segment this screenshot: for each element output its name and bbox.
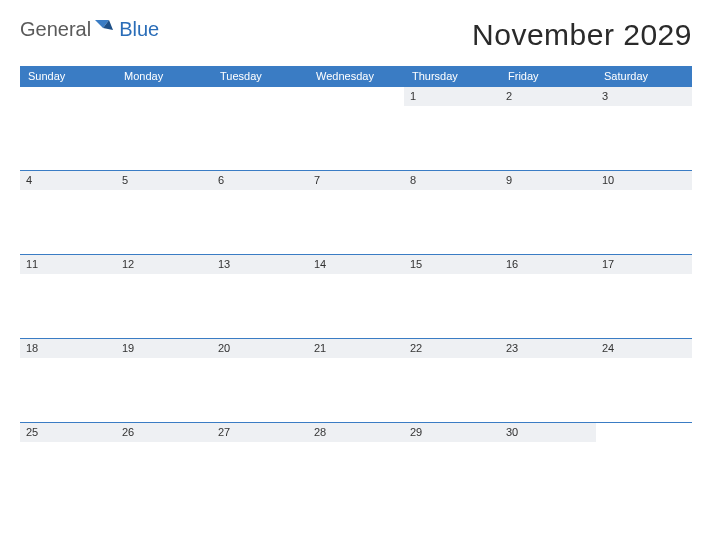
day-cell: 14 — [308, 255, 404, 338]
date-number: 22 — [404, 339, 500, 358]
brand-logo: General Blue — [20, 18, 159, 41]
day-cell: 21 — [308, 339, 404, 422]
day-cell: 1 — [404, 87, 500, 170]
date-number — [20, 87, 116, 93]
week-row: 25 26 27 28 29 30 — [20, 422, 692, 506]
day-cell: 8 — [404, 171, 500, 254]
brand-triangle-icon — [95, 18, 113, 41]
date-number: 15 — [404, 255, 500, 274]
date-number: 17 — [596, 255, 692, 274]
date-number: 29 — [404, 423, 500, 442]
day-cell: 5 — [116, 171, 212, 254]
date-number: 5 — [116, 171, 212, 190]
day-cell: 28 — [308, 423, 404, 506]
day-cell: 23 — [500, 339, 596, 422]
day-header: Friday — [500, 66, 596, 86]
date-number: 4 — [20, 171, 116, 190]
day-cell: 19 — [116, 339, 212, 422]
day-cell: 15 — [404, 255, 500, 338]
day-header: Sunday — [20, 66, 116, 86]
week-row: 4 5 6 7 8 9 10 — [20, 170, 692, 254]
day-cell: 7 — [308, 171, 404, 254]
day-cell: 26 — [116, 423, 212, 506]
day-cell: 10 — [596, 171, 692, 254]
day-cell — [308, 87, 404, 170]
day-cell — [116, 87, 212, 170]
date-number: 2 — [500, 87, 596, 106]
date-number: 25 — [20, 423, 116, 442]
date-number: 24 — [596, 339, 692, 358]
date-number — [116, 87, 212, 93]
date-number: 26 — [116, 423, 212, 442]
day-header: Wednesday — [308, 66, 404, 86]
week-row: 1 2 3 — [20, 86, 692, 170]
day-cell: 4 — [20, 171, 116, 254]
date-number: 9 — [500, 171, 596, 190]
day-header: Tuesday — [212, 66, 308, 86]
date-number: 7 — [308, 171, 404, 190]
date-number: 28 — [308, 423, 404, 442]
week-row: 18 19 20 21 22 23 24 — [20, 338, 692, 422]
day-cell: 11 — [20, 255, 116, 338]
day-cell: 30 — [500, 423, 596, 506]
date-number: 23 — [500, 339, 596, 358]
date-number: 19 — [116, 339, 212, 358]
day-cell: 25 — [20, 423, 116, 506]
date-number: 18 — [20, 339, 116, 358]
date-number: 27 — [212, 423, 308, 442]
day-cell: 27 — [212, 423, 308, 506]
calendar-grid: Sunday Monday Tuesday Wednesday Thursday… — [20, 66, 692, 506]
day-cell: 29 — [404, 423, 500, 506]
day-cell: 6 — [212, 171, 308, 254]
day-header: Saturday — [596, 66, 692, 86]
week-row: 11 12 13 14 15 16 17 — [20, 254, 692, 338]
header: General Blue November 2029 — [20, 18, 692, 52]
brand-blue: Blue — [119, 18, 159, 41]
day-cell: 9 — [500, 171, 596, 254]
day-cell: 3 — [596, 87, 692, 170]
date-number: 6 — [212, 171, 308, 190]
calendar-title: November 2029 — [472, 18, 692, 52]
date-number — [308, 87, 404, 93]
day-cell — [20, 87, 116, 170]
brand-general: General — [20, 18, 91, 41]
day-cell: 16 — [500, 255, 596, 338]
date-number — [212, 87, 308, 93]
date-number: 10 — [596, 171, 692, 190]
date-number: 8 — [404, 171, 500, 190]
date-number: 3 — [596, 87, 692, 106]
day-cell: 2 — [500, 87, 596, 170]
day-cell: 24 — [596, 339, 692, 422]
day-cell: 17 — [596, 255, 692, 338]
day-cell: 20 — [212, 339, 308, 422]
date-number: 30 — [500, 423, 596, 442]
day-cell: 22 — [404, 339, 500, 422]
day-cell: 13 — [212, 255, 308, 338]
date-number: 13 — [212, 255, 308, 274]
day-header: Thursday — [404, 66, 500, 86]
date-number: 1 — [404, 87, 500, 106]
day-cell: 12 — [116, 255, 212, 338]
date-number: 16 — [500, 255, 596, 274]
day-cell: 18 — [20, 339, 116, 422]
day-cell — [212, 87, 308, 170]
date-number: 21 — [308, 339, 404, 358]
day-header: Monday — [116, 66, 212, 86]
date-number: 20 — [212, 339, 308, 358]
date-number: 12 — [116, 255, 212, 274]
date-number — [596, 423, 692, 429]
day-header-row: Sunday Monday Tuesday Wednesday Thursday… — [20, 66, 692, 86]
date-number: 11 — [20, 255, 116, 274]
date-number: 14 — [308, 255, 404, 274]
day-cell — [596, 423, 692, 506]
